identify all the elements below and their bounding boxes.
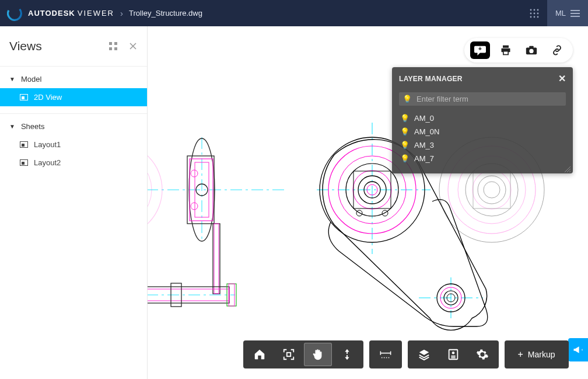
resize-icon xyxy=(564,165,570,172)
toolbar-group-nav xyxy=(243,340,363,368)
layer-name: AM_0 xyxy=(414,114,434,123)
vertical-pan-button[interactable] xyxy=(333,343,361,366)
apps-grid-button[interactable] xyxy=(521,0,547,26)
brand-text: AUTODESK VIEWER xyxy=(28,9,114,18)
bulb-icon[interactable]: 💡 xyxy=(400,127,410,136)
svg-point-31 xyxy=(191,203,198,210)
tree-item-layout2[interactable]: Layout2 xyxy=(0,154,147,172)
hamburger-icon xyxy=(570,10,580,17)
tree-item-2d-view[interactable]: 2D View xyxy=(0,88,147,106)
user-menu-button[interactable]: ML xyxy=(547,0,588,26)
resize-handle[interactable] xyxy=(564,165,570,172)
layer-manager-titlebar[interactable]: LAYER MANAGER ✕ xyxy=(392,67,573,89)
home-button[interactable] xyxy=(246,343,274,366)
file-name: Trolley_Structure.dwg xyxy=(129,9,202,18)
thumbnails-toggle-button[interactable] xyxy=(108,41,118,51)
tree-header-model[interactable]: ▼ Model xyxy=(0,70,147,88)
viewer-canvas[interactable]: + LAYER MANAGER ✕ 💡 xyxy=(148,26,588,379)
close-sidebar-button[interactable] xyxy=(128,41,138,51)
svg-rect-71 xyxy=(503,51,508,55)
layer-manager-close-button[interactable]: ✕ xyxy=(558,73,566,84)
app-header: AUTODESK VIEWER › Trolley_Structure.dwg … xyxy=(0,0,588,26)
svg-point-62 xyxy=(484,182,500,198)
bulb-icon[interactable]: 💡 xyxy=(402,95,412,103)
layer-manager-body: 💡 💡 AM_0 💡 AM_0N 💡 AM_3 💡 AM_7 xyxy=(392,89,573,173)
bulb-icon[interactable]: 💡 xyxy=(400,114,410,123)
svg-rect-14 xyxy=(114,42,117,45)
svg-point-5 xyxy=(533,12,535,14)
layer-filter-input[interactable] xyxy=(416,95,562,103)
svg-rect-15 xyxy=(109,47,112,50)
svg-rect-69 xyxy=(503,46,509,48)
tree-item-label: Layout2 xyxy=(34,158,61,167)
view-icon xyxy=(20,94,28,100)
toolbar-group-tools xyxy=(408,340,499,368)
header-right: ML xyxy=(521,0,588,26)
camera-icon xyxy=(525,44,538,56)
layer-manager-panel[interactable]: LAYER MANAGER ✕ 💡 💡 AM_0 💡 AM_0N 💡 xyxy=(392,67,573,173)
svg-point-6 xyxy=(537,12,538,14)
fit-to-view-button[interactable] xyxy=(275,343,303,366)
brand-bold: AUTODESK xyxy=(28,9,75,18)
pan-icon xyxy=(312,348,324,361)
brand-area: AUTODESK VIEWER › Trolley_Structure.dwg xyxy=(0,6,202,21)
svg-point-0 xyxy=(7,6,22,21)
comment-button[interactable]: + xyxy=(470,41,490,59)
layers-button[interactable] xyxy=(410,343,438,366)
svg-point-8 xyxy=(533,16,535,18)
svg-rect-16 xyxy=(114,47,117,50)
svg-point-60 xyxy=(473,171,511,209)
link-icon xyxy=(551,44,564,56)
chevron-down-icon: ▼ xyxy=(9,76,15,82)
svg-text:+: + xyxy=(478,46,482,52)
print-button[interactable] xyxy=(496,41,516,59)
sheet-icon xyxy=(20,141,28,148)
markup-label: Markup xyxy=(528,350,555,359)
properties-button[interactable] xyxy=(439,343,467,366)
markup-button[interactable]: + Markup xyxy=(505,340,569,368)
bulb-icon[interactable]: 💡 xyxy=(400,141,410,149)
plus-icon: + xyxy=(517,349,523,360)
svg-point-54 xyxy=(356,210,362,216)
vertical-arrows-icon xyxy=(341,348,354,361)
user-initials: ML xyxy=(555,9,566,18)
layer-row[interactable]: 💡 AM_3 xyxy=(399,138,566,152)
layer-row[interactable]: 💡 AM_0 xyxy=(399,112,566,125)
svg-rect-13 xyxy=(109,42,112,45)
properties-icon xyxy=(447,348,460,361)
close-icon xyxy=(130,43,136,50)
layer-row[interactable]: 💡 AM_0N xyxy=(399,125,566,138)
bulb-icon[interactable]: 💡 xyxy=(400,154,410,163)
tree-item-label: Layout1 xyxy=(34,140,61,149)
screenshot-button[interactable] xyxy=(522,41,541,59)
share-button[interactable] xyxy=(547,41,567,59)
svg-point-7 xyxy=(530,16,531,18)
svg-point-3 xyxy=(537,9,538,11)
pan-button[interactable] xyxy=(304,343,332,366)
tree-header-sheets[interactable]: ▼ Sheets xyxy=(0,117,147,135)
tree-section-label: Model xyxy=(21,75,41,84)
main-body: Views ▼ Model 2D View xyxy=(0,26,588,379)
layer-row[interactable]: 💡 AM_7 xyxy=(399,152,566,165)
layer-name: AM_7 xyxy=(414,154,434,163)
svg-rect-33 xyxy=(214,224,219,294)
svg-point-55 xyxy=(382,210,388,216)
svg-point-82 xyxy=(452,352,454,354)
tree-item-layout1[interactable]: Layout1 xyxy=(0,135,147,154)
comment-icon: + xyxy=(474,44,487,56)
measure-button[interactable] xyxy=(372,343,400,366)
measure-icon xyxy=(379,348,392,361)
layers-icon xyxy=(418,348,430,361)
svg-point-1 xyxy=(530,9,531,11)
settings-button[interactable] xyxy=(468,343,496,366)
autodesk-logo-icon xyxy=(7,6,22,21)
home-icon xyxy=(253,348,266,361)
fit-icon xyxy=(282,348,295,361)
feedback-button[interactable] xyxy=(568,338,588,361)
breadcrumb-separator: › xyxy=(120,8,123,18)
svg-point-9 xyxy=(537,16,538,18)
bottom-toolbar: + Markup xyxy=(243,340,569,368)
layer-name: AM_0N xyxy=(414,127,439,136)
svg-rect-73 xyxy=(529,46,533,48)
svg-point-61 xyxy=(478,176,506,204)
